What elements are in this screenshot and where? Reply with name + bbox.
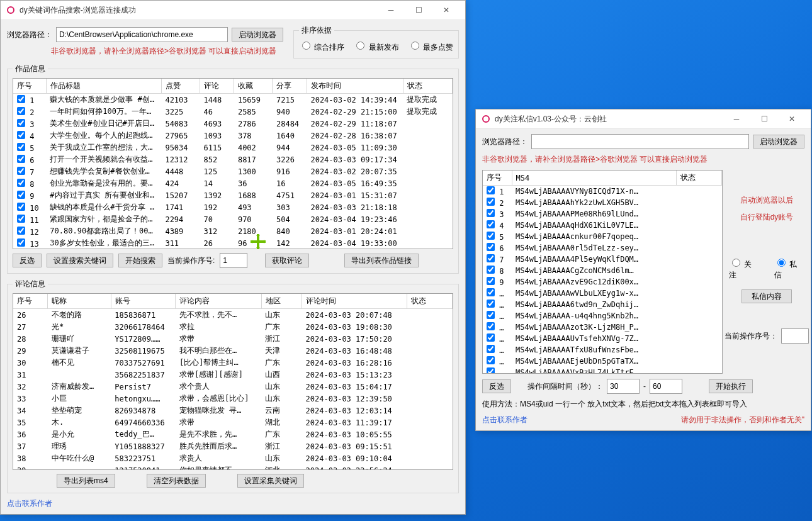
column-header[interactable]: 地区 xyxy=(261,294,302,309)
maximize-button[interactable]: ☐ xyxy=(405,1,432,20)
table-row[interactable]: 14MS4wLjABAAAAUvTsfehXNVg-7Z… xyxy=(483,333,722,344)
row-checkbox[interactable]: 3 xyxy=(17,120,34,129)
row-checkbox[interactable]: 9 xyxy=(487,278,504,287)
invert-select-button[interactable]: 反选 xyxy=(13,254,42,267)
table-row[interactable]: 29莫谦谦君子32508119675我不明白那些在…天津2024-03-03 1… xyxy=(13,345,453,357)
table-row[interactable]: 9MS4wLjABAAAAzvE9Gc12diK00x… xyxy=(483,276,722,288)
column-header[interactable]: 序号 xyxy=(483,171,512,186)
table-row[interactable]: 27光*32066178464求拉广东2024-03-03 19:08:30 xyxy=(13,321,453,333)
ms4-table-wrap[interactable]: 序号MS4状态 1MS4wLjABAAAAVYNy8ICQd71X-n… 2MS… xyxy=(482,170,723,374)
row-checkbox[interactable]: 12 xyxy=(17,228,39,237)
table-row[interactable]: 11MS4wLjABAAAA6twd9n_ZwDqhij… xyxy=(483,299,722,310)
table-row[interactable]: 16MS4wLjABAAAAEjeUbDn5pGTaTX… xyxy=(483,356,722,367)
table-row[interactable]: 10MS4wLjABAAAAwVLbuLXEyg1w-x… xyxy=(483,288,722,299)
sort-newest[interactable]: 最新发布 xyxy=(353,40,398,53)
get-comments-button[interactable]: 获取评论 xyxy=(265,254,309,267)
export-links-button[interactable]: 导出列表作品链接 xyxy=(344,254,419,267)
row-checkbox[interactable]: 13 xyxy=(17,240,39,249)
row-checkbox[interactable]: 13 xyxy=(487,323,509,332)
interval-from-input[interactable] xyxy=(607,379,640,394)
row-checkbox[interactable]: 1 xyxy=(17,96,34,105)
table-row[interactable]: 5关于我成立工作室的想法，大…95034611540029442024-03-0… xyxy=(13,142,453,154)
browser-path-input[interactable] xyxy=(56,27,228,42)
row-checkbox[interactable]: 3 xyxy=(487,210,504,219)
sort-comprehensive[interactable]: 综合排序 xyxy=(299,40,344,53)
row-checkbox[interactable]: 7 xyxy=(17,168,34,177)
column-header[interactable]: 点赞 xyxy=(161,79,200,94)
close-button[interactable]: ✕ xyxy=(432,1,460,20)
interval-to-input[interactable] xyxy=(650,379,682,394)
table-row[interactable]: 8创业光靠勤奋是没有用的。要…4241436162024-03-05 16:49… xyxy=(13,177,453,189)
column-header[interactable]: 状态 xyxy=(403,79,452,94)
set-keywords-button[interactable]: 设置搜索关键词 xyxy=(47,254,113,267)
row-checkbox[interactable]: 9 xyxy=(17,192,34,201)
table-row[interactable]: 2MS4wLjABAAAAhYk2zUwLXGH5BV… xyxy=(483,197,722,208)
table-row[interactable]: 1270.80.90都套路出局了！00后…438931221808402024-… xyxy=(13,225,453,237)
table-row[interactable]: 1MS4wLjABAAAAVYNy8ICQd71X-n… xyxy=(483,186,722,198)
table-row[interactable]: 35木.64974660336求带湖北2024-03-03 11:39:17 xyxy=(13,417,453,429)
row-checkbox[interactable]: 6 xyxy=(17,156,34,165)
table-row[interactable]: 8MS4wLjABAAAACgZcoNCMsd6lm… xyxy=(483,265,722,276)
row-checkbox[interactable]: 10 xyxy=(487,289,509,298)
table-row[interactable]: 1赚大钱的本质就是少做事 #创…4210314481565972152024-0… xyxy=(13,94,453,106)
row-checkbox[interactable]: 7 xyxy=(487,255,504,264)
table-row[interactable]: 3135682251837求带[感谢][感谢]山西2024-03-03 15:1… xyxy=(13,369,453,381)
launch-browser-button[interactable]: 启动浏览器 xyxy=(232,28,283,42)
browser-path-input[interactable] xyxy=(531,134,749,149)
row-checkbox[interactable]: 8 xyxy=(17,180,34,189)
table-row[interactable]: 10缺钱的本质是什么#干货分享 …17411924933032024-03-03… xyxy=(13,201,453,213)
set-filter-keywords-button[interactable]: 设置采集关键词 xyxy=(237,474,304,488)
row-checkbox[interactable]: 2 xyxy=(17,108,34,117)
contact-author-link[interactable]: 点击联系作者 xyxy=(482,415,527,425)
table-row[interactable]: 7想赚钱先学会复制#餐饮创业…444812513009162024-03-02 … xyxy=(13,165,453,177)
row-checkbox[interactable]: 11 xyxy=(17,216,39,225)
column-header[interactable]: 收藏 xyxy=(234,79,273,94)
table-row[interactable]: 6MS4wLjABAAAA0rl5dTeLzz-sey… xyxy=(483,242,722,254)
column-header[interactable]: 昵称 xyxy=(48,294,111,309)
table-row[interactable]: 17MS4wLjABAAAAVxBzHL74LkTtrE… xyxy=(483,367,722,374)
column-header[interactable]: 分享 xyxy=(273,79,307,94)
minimize-button[interactable]: ─ xyxy=(723,109,750,128)
table-row[interactable]: 3美术生创业#创业日记#开店日…5408346932786284842024-0… xyxy=(13,118,453,130)
invert-select-button[interactable]: 反选 xyxy=(482,379,511,393)
mode-dm[interactable]: 私信 xyxy=(774,257,804,281)
table-row[interactable]: 391217530941你如果事情都不…河北2024-03-02 23:56:2… xyxy=(13,464,453,470)
table-row[interactable]: 30楠不见70337527691[比心]帮博主纠…广东2024-03-03 16… xyxy=(13,357,453,369)
column-header[interactable]: 账号 xyxy=(111,294,176,309)
row-checkbox[interactable]: 17 xyxy=(487,369,509,374)
column-header[interactable]: 序号 xyxy=(13,79,46,94)
comments-table-wrap[interactable]: 序号昵称账号评论内容地区评论时间状态 26不老的路185836871先不求胜，先… xyxy=(13,293,453,470)
table-row[interactable]: 12MS4wLjABAAAA-u4q4hng5Knb2h… xyxy=(483,310,722,322)
clear-list-button[interactable]: 清空列表数据 xyxy=(147,474,206,488)
current-index-input[interactable] xyxy=(220,253,247,268)
table-row[interactable]: 9#内容过于真实 所有要创业和…152071392168847512024-03… xyxy=(13,189,453,201)
table-row[interactable]: 11紧跟国家方针，都是捡金子的…2294709705042024-03-04 1… xyxy=(13,213,453,225)
column-header[interactable]: 评论 xyxy=(200,79,234,94)
table-row[interactable]: 2一年时间如何挣100万。一年…32254625859402024-02-29 … xyxy=(13,106,453,118)
table-row[interactable]: 13MS4wLjABAAAAzot3K-LjzM8H_P… xyxy=(483,322,722,333)
export-ms4-button[interactable]: 导出列表ms4 xyxy=(57,474,115,488)
start-execute-button[interactable]: 开始执行 xyxy=(709,379,753,393)
table-row[interactable]: 7MS4wLjABAAAA4Pl5eyWqKlfDQM… xyxy=(483,254,722,265)
row-checkbox[interactable]: 10 xyxy=(17,204,39,213)
column-header[interactable]: 发布时间 xyxy=(307,79,403,94)
row-checkbox[interactable]: 6 xyxy=(487,244,504,253)
table-row[interactable]: 36是小允teddy_巴…是先不求胜，先…广东2024-03-03 10:05:… xyxy=(13,429,453,440)
table-row[interactable]: 33小巨hetongxu……求带，会感恩[比心]山东2024-03-03 12:… xyxy=(13,393,453,405)
table-row[interactable]: 38中午吃什么@583223751求贵人山东2024-03-03 09:10:0… xyxy=(13,452,453,464)
row-checkbox[interactable]: 5 xyxy=(487,233,504,242)
table-row[interactable]: 4大学生创业。每个人的起跑线…27965109337816402024-02-2… xyxy=(13,130,453,142)
table-row[interactable]: 3MS4wLjABAAAAPMe08Rh69lLUnd… xyxy=(483,208,722,220)
current-index-input[interactable] xyxy=(781,328,809,344)
column-header[interactable]: 评论内容 xyxy=(176,294,261,309)
row-checkbox[interactable]: 14 xyxy=(487,335,509,344)
column-header[interactable]: MS4 xyxy=(512,171,677,186)
row-checkbox[interactable]: 8 xyxy=(487,267,504,276)
row-checkbox[interactable]: 5 xyxy=(17,144,34,153)
row-checkbox[interactable]: 12 xyxy=(487,312,509,321)
works-table-wrap[interactable]: 序号作品标题点赞评论收藏分享发布时间状态 1赚大钱的本质就是少做事 #创…421… xyxy=(13,78,453,249)
table-row[interactable]: 32济南威龄发…Persist7求个贵人山东2024-03-03 15:04:1… xyxy=(13,381,453,393)
table-row[interactable]: 26不老的路185836871先不求胜，先不…山东2024-03-03 20:0… xyxy=(13,309,453,322)
launch-browser-button[interactable]: 启动浏览器 xyxy=(753,135,804,148)
row-checkbox[interactable]: 4 xyxy=(487,221,504,230)
